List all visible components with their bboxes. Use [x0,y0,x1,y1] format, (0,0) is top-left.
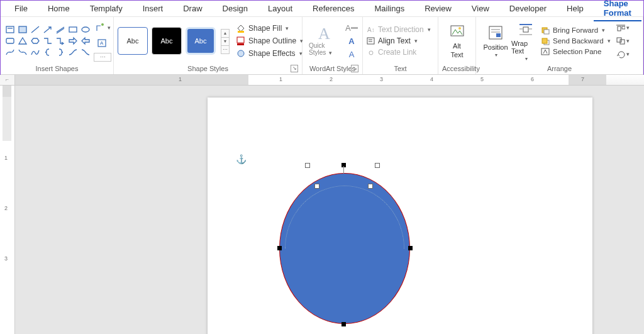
svg-rect-2 [19,26,26,33]
wrap-text-button[interactable]: Wrap Text▾ [511,21,540,62]
bring-forward-button[interactable]: Bring Forward▾ [540,26,611,35]
rotate-objects-button[interactable]: ▾ [616,48,630,60]
svg-rect-32 [523,27,528,32]
create-link-button: Create Link [367,48,431,57]
ruler-corner: ⌐ [0,75,15,86]
style-swatch-2[interactable]: Abc [152,27,182,55]
adjust-handle-right[interactable] [368,184,373,189]
menu-file[interactable]: File [4,1,38,16]
dialog-launcher-icon[interactable]: ↘ [351,65,358,72]
freeform-icon [30,48,40,57]
text-direction-button[interactable]: A↕ Text Direction▾ [367,25,431,34]
vertical-ruler[interactable]: 1 2 3 [0,86,15,334]
shapes-gallery[interactable] [4,25,91,57]
svg-text:A↕: A↕ [367,26,375,33]
svg-rect-39 [542,38,547,43]
group-label-shape-styles: Shape Styles↘ [118,64,298,74]
vertex-right[interactable] [408,246,413,250]
menu-templafy[interactable]: Templafy [80,1,133,16]
brace-left-icon [43,48,53,57]
gallery-up-icon[interactable]: ▴ [221,29,230,38]
group-text: A↕ Text Direction▾ Align Text▾ Create Li… [363,17,438,74]
svg-point-26 [458,27,461,30]
outline-icon [236,36,246,46]
svg-rect-30 [496,33,501,37]
gallery-more-icon[interactable]: ⋯ [221,45,230,54]
alt-text-button[interactable]: Alt Text [442,23,472,58]
group-accessibility: Alt Text Accessibility [438,17,476,74]
handle-top-left[interactable] [305,163,310,168]
position-button[interactable]: Position▾ [480,25,511,58]
svg-point-8 [82,27,89,32]
edit-shape-button[interactable]: ▾ [94,20,111,35]
menu-references[interactable]: References [303,1,364,16]
menu-view[interactable]: View [462,1,499,16]
position-icon [487,25,504,42]
elbow-icon [43,36,53,45]
svg-rect-18 [237,37,244,43]
hexagon-icon [30,36,40,45]
shape-outline-button[interactable]: Shape Outline▾ [236,36,303,46]
svg-point-20 [238,50,244,57]
menu-draw[interactable]: Draw [173,1,212,16]
document-area: ⌐ 1 1 2 3 4 5 6 7 1 2 3 ⚓ [0,75,644,334]
bucket-icon [236,23,246,33]
group-label-insert-shapes: Insert Shapes [4,64,109,74]
connector2-icon [80,48,91,57]
align-objects-button[interactable]: ▾ [616,22,630,33]
shape-fill-button[interactable]: Shape Fill▾ [236,23,303,33]
svg-rect-25 [451,26,464,36]
gallery-down-icon[interactable]: ▾ [221,37,230,46]
svg-line-5 [57,27,64,32]
left-arrow-icon [80,36,91,45]
horizontal-ruler[interactable]: 1 1 2 3 4 5 6 7 [15,75,644,86]
roundrect-icon [5,36,15,45]
menu-developer[interactable]: Developer [499,1,557,16]
text-outline-button[interactable]: A [345,35,358,47]
style-swatch-3[interactable]: Abc [186,27,216,55]
align-text-button[interactable]: Align Text▾ [367,36,431,45]
shape-effects-button[interactable]: Shape Effects▾ [236,48,303,58]
menu-insert[interactable]: Insert [133,1,174,16]
shapes-more-button[interactable]: ⋯ [94,53,111,62]
text-direction-icon: A↕ [367,25,375,34]
alt-text-icon [448,23,466,41]
menu-home[interactable]: Home [38,1,80,16]
elbow-arrow-icon [55,36,65,45]
svg-rect-43 [622,26,625,29]
group-objects-button[interactable]: ▾ [616,35,630,47]
handle-top-right[interactable] [375,163,380,168]
menu-review[interactable]: Review [414,1,462,16]
document-page[interactable]: ⚓ [208,97,592,334]
svg-line-3 [31,26,39,33]
vertex-bottom[interactable] [341,322,346,326]
adjust-handle-left[interactable] [314,184,319,189]
align-icon [616,23,625,32]
svg-rect-42 [618,26,621,31]
send-backward-icon [540,36,550,45]
selection-pane-icon [540,47,550,56]
selection-pane-button[interactable]: Selection Pane [540,47,611,56]
svg-rect-22 [367,38,374,44]
vertex-left[interactable] [277,246,282,250]
svg-marker-10 [19,38,26,44]
group-label-wordart: WordArt Styles↘ [306,64,358,74]
textbox-highlight-icon [18,25,28,34]
dialog-launcher-icon[interactable]: ↘ [291,65,298,72]
menu-design[interactable]: Design [213,1,258,16]
style-gallery[interactable]: Abc Abc Abc ▴ ▾ ⋯ [118,27,230,55]
rect-icon [68,25,78,34]
send-backward-button[interactable]: Send Backward▾ [540,36,611,45]
text-fill-button[interactable]: A [345,22,358,33]
menu-mailings[interactable]: Mailings [365,1,415,16]
quick-styles-button[interactable]: A Quick Styles ▾ [309,26,340,56]
style-swatch-1[interactable]: Abc [118,27,148,55]
text-effects-button[interactable]: A [345,48,358,60]
svg-rect-0 [6,26,14,33]
style-gallery-nav[interactable]: ▴ ▾ ⋯ [221,29,230,53]
menu-layout[interactable]: Layout [258,1,303,16]
menu-help[interactable]: Help [557,1,594,16]
draw-textbox-button[interactable]: A [94,36,111,52]
svg-marker-13 [82,38,89,44]
group-label-accessibility: Accessibility [442,64,472,74]
